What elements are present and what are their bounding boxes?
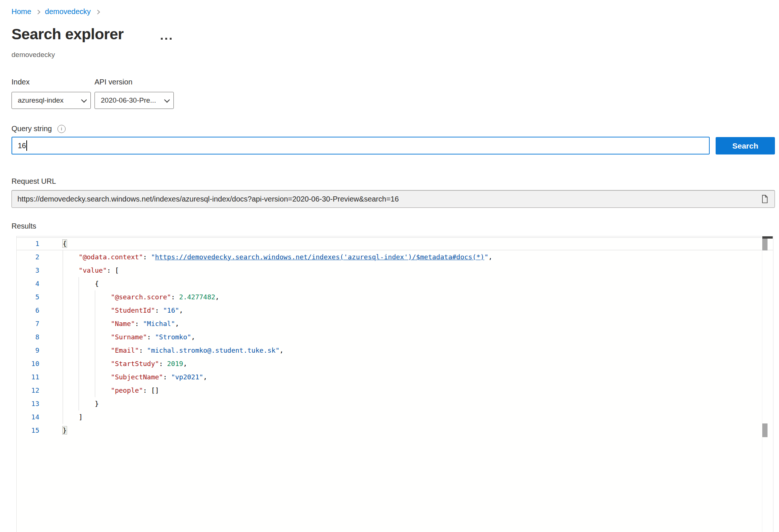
- code-content: {: [39, 277, 773, 290]
- indent-guide: [63, 250, 63, 264]
- breadcrumb: Home demovedecky: [11, 7, 99, 16]
- code-content: "@odata.context": "https://demovedecky.s…: [39, 250, 773, 264]
- code-token: "vp2021": [171, 373, 203, 381]
- code-token: :: [171, 293, 179, 301]
- more-options-button[interactable]: [159, 36, 173, 41]
- request-url-field[interactable]: https://demovedecky.search.windows.net/i…: [11, 190, 775, 208]
- code-text: "@odata.context": "https://demovedecky.s…: [63, 253, 493, 261]
- line-number: 15: [17, 424, 39, 437]
- indent-guide: [95, 370, 95, 384]
- indent-guide: [63, 290, 63, 304]
- code-text: "Surname": "Stromko",: [63, 333, 195, 341]
- query-string-label-row: Query string i: [11, 124, 66, 133]
- results-json-editor[interactable]: 1{2 "@odata.context": "https://demovedec…: [16, 236, 773, 532]
- code-token: : [: [107, 266, 119, 274]
- code-token: ,: [488, 253, 493, 261]
- scrollbar-thumb[interactable]: [762, 239, 768, 250]
- line-number: 14: [17, 410, 39, 424]
- line-number: 12: [17, 384, 39, 397]
- code-token: "Name": [111, 320, 135, 327]
- line-number: 13: [17, 397, 39, 410]
- request-url-label: Request URL: [11, 177, 56, 186]
- line-number: 9: [17, 344, 39, 357]
- line-number: 3: [17, 264, 39, 277]
- code-content: ]: [39, 410, 773, 424]
- code-line: 9 "Email": "michal.stromko@.student.tuke…: [17, 344, 773, 357]
- code-content: "StartStudy": 2019,: [39, 357, 773, 370]
- scrollbar-thumb[interactable]: [762, 423, 768, 437]
- text-cursor: [26, 140, 27, 151]
- indent-guide: [63, 264, 63, 277]
- indent-guide: [79, 357, 79, 370]
- code-text: "people": []: [63, 386, 159, 394]
- api-version-dropdown-value: 2020-06-30-Pre...: [101, 96, 156, 104]
- indent-guide: [63, 370, 63, 384]
- code-lines: 1{2 "@odata.context": "https://demovedec…: [17, 236, 773, 437]
- code-token: "Michal": [143, 320, 175, 327]
- code-token: :: [143, 253, 151, 261]
- query-string-value: 16: [18, 142, 26, 150]
- code-token: "people": [111, 386, 143, 394]
- code-line: 14 ]: [17, 410, 773, 424]
- indent-guide: [63, 317, 63, 330]
- code-token: ,: [203, 373, 207, 381]
- code-text: {: [63, 280, 99, 287]
- chevron-right-icon: [95, 10, 100, 14]
- code-line: 5 "@search.score": 2.4277482,: [17, 290, 773, 304]
- indent-guide: [63, 330, 63, 344]
- code-line: 4 {: [17, 277, 773, 290]
- indent-guide: [79, 397, 79, 410]
- overview-ruler-border: [762, 236, 762, 532]
- indent-guide: [63, 357, 63, 370]
- request-url-value: https://demovedecky.search.windows.net/i…: [17, 195, 760, 203]
- chevron-down-icon: [164, 97, 170, 103]
- code-text: "Email": "michal.stromko@.student.tuke.s…: [63, 346, 284, 354]
- breadcrumb-demovedecky-link[interactable]: demovedecky: [45, 7, 90, 16]
- line-number: 4: [17, 277, 39, 290]
- code-token: 2019: [167, 360, 183, 368]
- code-line: 12 "people": []: [17, 384, 773, 397]
- line-number: 10: [17, 357, 39, 370]
- code-content: "Surname": "Stromko",: [39, 330, 773, 344]
- info-icon[interactable]: i: [57, 125, 66, 133]
- code-token: "Stromko": [155, 333, 191, 341]
- index-dropdown[interactable]: azuresql-index: [11, 92, 91, 109]
- code-token: "16": [163, 306, 179, 314]
- indent-guide: [79, 370, 79, 384]
- code-token: }: [63, 426, 67, 434]
- line-number: 5: [17, 290, 39, 304]
- code-token: ,: [279, 346, 284, 354]
- api-version-dropdown[interactable]: 2020-06-30-Pre...: [95, 92, 174, 109]
- code-token: ,: [191, 333, 195, 341]
- code-token: "StudentId": [111, 306, 155, 314]
- ellipsis-dot: [170, 38, 172, 40]
- query-string-input[interactable]: 16: [11, 137, 710, 154]
- odata-context-link[interactable]: https://demovedecky.search.windows.net/i…: [155, 253, 484, 261]
- index-dropdown-value: azuresql-index: [18, 96, 64, 104]
- code-line: 6 "StudentId": "16",: [17, 304, 773, 317]
- code-token: :: [159, 360, 167, 368]
- breadcrumb-home-link[interactable]: Home: [11, 7, 31, 16]
- indent-guide: [79, 290, 79, 304]
- line-number: 8: [17, 330, 39, 344]
- code-content: "StudentId": "16",: [39, 304, 773, 317]
- indent-guide: [63, 384, 63, 397]
- code-token: "StartStudy": [111, 360, 159, 368]
- resource-subtitle: demovedecky: [11, 51, 55, 59]
- code-token: ": [151, 253, 155, 261]
- code-line: 11 "SubjectName": "vp2021",: [17, 370, 773, 384]
- code-content: }: [39, 397, 773, 410]
- code-line: 7 "Name": "Michal",: [17, 317, 773, 330]
- code-token: "SubjectName": [111, 373, 163, 381]
- code-token: "@search.score": [111, 293, 171, 301]
- line-number: 2: [17, 250, 39, 264]
- copy-button[interactable]: [760, 194, 769, 205]
- code-line: 13 }: [17, 397, 773, 410]
- code-text: "StartStudy": 2019,: [63, 360, 187, 368]
- code-token: :: [163, 373, 171, 381]
- indent-guide: [95, 357, 95, 370]
- code-token: ]: [79, 413, 83, 421]
- indent-guide: [95, 317, 95, 330]
- search-button[interactable]: Search: [716, 137, 775, 154]
- code-line: 3 "value": [: [17, 264, 773, 277]
